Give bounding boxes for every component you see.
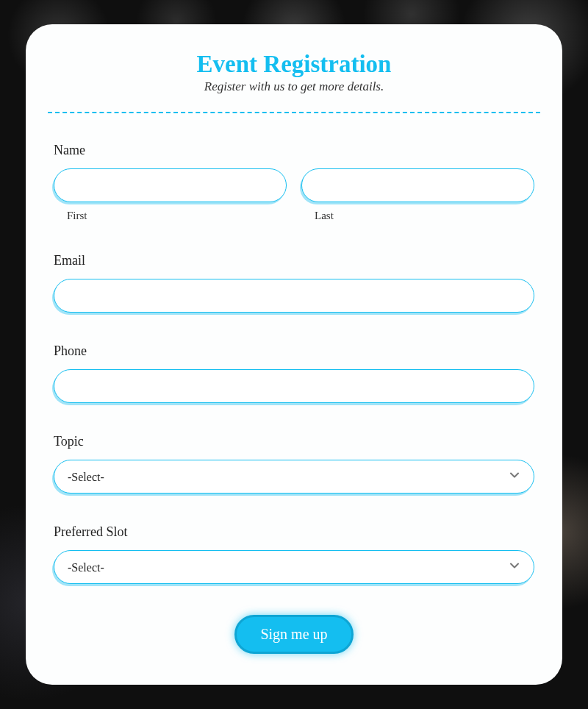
last-name-input[interactable] [301, 168, 534, 202]
phone-label: Phone [54, 343, 534, 359]
email-input[interactable] [54, 279, 534, 313]
first-name-input[interactable] [54, 168, 287, 202]
form-subtitle: Register with us to get more details. [48, 79, 540, 94]
topic-label: Topic [54, 434, 534, 449]
email-label: Email [54, 253, 534, 268]
sign-me-up-button[interactable]: Sign me up [234, 615, 353, 654]
phone-input[interactable] [54, 369, 534, 403]
first-name-col: First [54, 168, 287, 222]
form-body: Name First Last Email Phone [48, 143, 540, 654]
last-name-col: Last [301, 168, 534, 222]
phone-field-group: Phone [54, 343, 534, 403]
topic-field-group: Topic -Select- [54, 434, 534, 494]
topic-select[interactable]: -Select- [54, 460, 534, 494]
name-label: Name [54, 143, 534, 158]
submit-row: Sign me up [54, 615, 534, 654]
slot-field-group: Preferred Slot -Select- [54, 524, 534, 584]
slot-select-wrap: -Select- [54, 550, 534, 584]
first-name-sublabel: First [54, 210, 287, 222]
form-title: Event Registration [48, 51, 540, 78]
slot-select[interactable]: -Select- [54, 550, 534, 584]
last-name-sublabel: Last [301, 210, 534, 222]
topic-select-wrap: -Select- [54, 460, 534, 494]
name-row: First Last [54, 168, 534, 222]
name-field-group: Name First Last [54, 143, 534, 222]
registration-form-card: Event Registration Register with us to g… [26, 24, 562, 685]
email-field-group: Email [54, 253, 534, 313]
form-header: Event Registration Register with us to g… [48, 51, 540, 113]
slot-label: Preferred Slot [54, 524, 534, 540]
